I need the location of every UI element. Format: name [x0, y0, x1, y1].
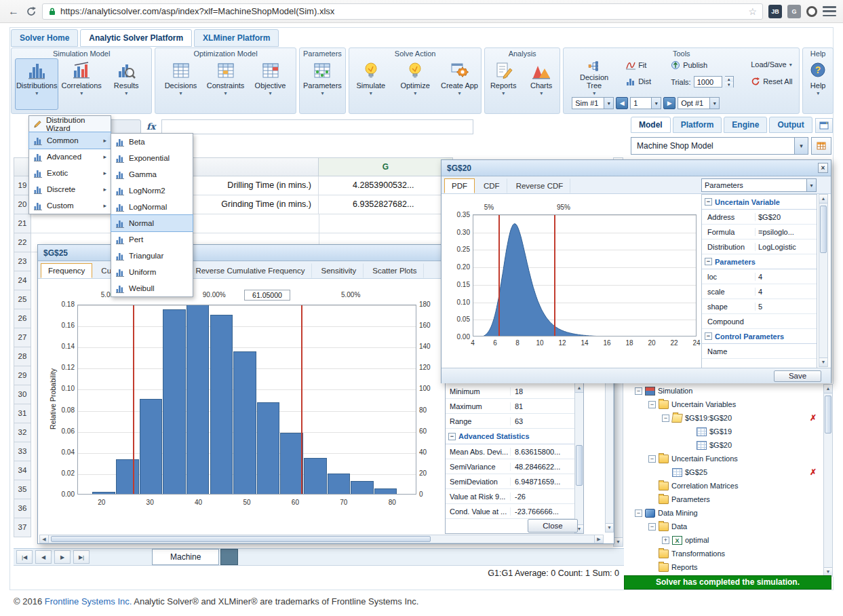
- distribution-item[interactable]: Gamma: [111, 166, 193, 182]
- parameter-value[interactable]: 4: [755, 288, 817, 296]
- load-save-button[interactable]: Load/Save: [751, 60, 792, 69]
- bookmark-star-icon[interactable]: [748, 6, 757, 17]
- distribution-category-item[interactable]: Advanced: [29, 149, 111, 165]
- tree-item[interactable]: Uncertain Functions: [629, 452, 834, 465]
- trials-spinner[interactable]: [725, 76, 734, 88]
- expander-icon[interactable]: [648, 482, 656, 490]
- task-pane-tab[interactable]: Platform: [673, 117, 722, 133]
- row-header[interactable]: 34: [14, 461, 31, 480]
- expander-icon[interactable]: [635, 509, 642, 517]
- distribution-category-item[interactable]: Custom: [29, 197, 111, 214]
- expander-icon[interactable]: [662, 415, 669, 422]
- sim-select[interactable]: Sim #1: [572, 97, 614, 109]
- scroll-down-icon[interactable]: [819, 358, 827, 366]
- row-header[interactable]: 37: [14, 518, 31, 537]
- prev-run-button[interactable]: [616, 97, 628, 109]
- dialog-tab[interactable]: PDF: [444, 178, 475, 193]
- distributions-button[interactable]: Distributions: [15, 58, 58, 110]
- extension-badge-g[interactable]: G: [787, 5, 801, 18]
- expander-icon[interactable]: [662, 469, 669, 476]
- tree-item[interactable]: $G$19:$G$20: [629, 411, 834, 425]
- first-sheet-icon[interactable]: [16, 550, 33, 564]
- cell-value[interactable]: 4.2853900532...: [319, 176, 453, 195]
- dialog-tab[interactable]: Frequency: [41, 263, 92, 278]
- row-header[interactable]: 28: [14, 347, 31, 366]
- reload-icon[interactable]: [26, 6, 37, 17]
- column-header-g[interactable]: G: [319, 157, 453, 176]
- dialog-tab[interactable]: Sensitivity: [313, 263, 364, 278]
- footer-link[interactable]: Frontline Systems Inc.: [45, 596, 132, 607]
- control-parameters-section-header[interactable]: Control Parameters: [702, 329, 817, 344]
- trials-input[interactable]: 1000: [694, 76, 722, 88]
- uncertain-variable-section-header[interactable]: Uncertain Variable: [702, 195, 817, 210]
- browser-menu-icon[interactable]: [823, 6, 836, 16]
- row-header[interactable]: 27: [14, 328, 31, 347]
- distribution-item[interactable]: LogNormal: [111, 199, 193, 215]
- decisions-button[interactable]: Decisions: [159, 58, 203, 110]
- sheet-tab-machine[interactable]: Machine: [152, 549, 219, 565]
- caret-down-icon[interactable]: [651, 98, 661, 109]
- expander-icon[interactable]: [648, 455, 656, 463]
- scroll-down-icon[interactable]: [606, 523, 613, 532]
- fit-button[interactable]: Fit: [626, 60, 646, 70]
- percentile-line[interactable]: [554, 215, 555, 336]
- sheet-tab-stub[interactable]: [220, 549, 238, 565]
- last-sheet-icon[interactable]: [73, 550, 90, 564]
- expander-icon[interactable]: [686, 442, 694, 449]
- model-grid-button[interactable]: [811, 137, 831, 155]
- constraints-button[interactable]: Constraints: [204, 58, 248, 110]
- parameters-button[interactable]: Parameters: [300, 58, 344, 110]
- row-header[interactable]: 25: [14, 290, 31, 309]
- advanced-statistics-header[interactable]: Advanced Statistics: [446, 429, 574, 444]
- dialog-horizontal-scrollbar[interactable]: [39, 535, 604, 543]
- close-icon[interactable]: ×: [818, 163, 828, 173]
- percentile-line[interactable]: [133, 305, 134, 494]
- tree-item[interactable]: optimal: [629, 533, 834, 547]
- dialog-tab[interactable]: Reverse CDF: [509, 178, 571, 193]
- tree-scrollbar[interactable]: [823, 384, 833, 577]
- address-bar[interactable]: https://analyticsolver.com/asp/index?xlf…: [42, 3, 763, 20]
- distribution-category-item[interactable]: Discrete: [29, 181, 111, 197]
- row-header[interactable]: 24: [14, 271, 31, 290]
- scroll-up-icon[interactable]: [575, 384, 583, 393]
- run-select[interactable]: 1: [630, 97, 661, 109]
- create-app-button[interactable]: Create App: [438, 58, 481, 110]
- distribution-item[interactable]: Uniform: [111, 264, 193, 280]
- property-value[interactable]: LogLogistic: [755, 243, 817, 251]
- distribution-item[interactable]: Exponential: [111, 150, 193, 166]
- optimize-button[interactable]: Optimize: [393, 58, 436, 110]
- expander-icon[interactable]: [648, 523, 656, 531]
- tree-item[interactable]: Simulation: [629, 384, 834, 398]
- property-value[interactable]: $G$20: [755, 213, 817, 221]
- row-header[interactable]: 23: [14, 252, 31, 271]
- platform-tab[interactable]: XLMiner Platform: [194, 29, 279, 47]
- distribution-item[interactable]: Normal: [111, 215, 193, 231]
- expander-icon[interactable]: [662, 537, 669, 544]
- collapse-icon[interactable]: [448, 433, 456, 440]
- scrollbar-thumb[interactable]: [820, 206, 827, 253]
- distribution-item[interactable]: LogNorm2: [111, 182, 193, 199]
- row-header[interactable]: 26: [14, 309, 31, 328]
- tree-item[interactable]: Data Mining: [629, 506, 834, 520]
- scroll-up-icon[interactable]: [824, 385, 832, 393]
- caret-down-icon[interactable]: [806, 179, 816, 191]
- distribution-item[interactable]: Beta: [111, 134, 193, 150]
- collapse-icon[interactable]: [705, 332, 712, 340]
- distribution-category-item[interactable]: Exotic: [29, 165, 111, 181]
- publish-button[interactable]: Publish: [671, 60, 707, 70]
- caret-down-icon[interactable]: [794, 138, 808, 154]
- percentile-line[interactable]: [301, 305, 302, 494]
- percentile-value-box[interactable]: 61.05000: [244, 290, 290, 301]
- distribution-item[interactable]: Pert: [111, 231, 193, 248]
- distribution-item[interactable]: Weibull: [111, 280, 193, 296]
- help-button[interactable]: Help: [804, 58, 831, 110]
- percentile-line[interactable]: [498, 215, 500, 336]
- expander-icon[interactable]: [648, 401, 656, 408]
- delete-icon[interactable]: [810, 467, 817, 477]
- previous-sheet-icon[interactable]: [35, 550, 52, 564]
- collapse-icon[interactable]: [705, 258, 712, 265]
- model-selector[interactable]: Machine Shop Model: [631, 137, 808, 155]
- expander-icon[interactable]: [648, 496, 656, 503]
- results-button[interactable]: Results: [104, 58, 148, 110]
- caret-down-icon[interactable]: [604, 98, 613, 109]
